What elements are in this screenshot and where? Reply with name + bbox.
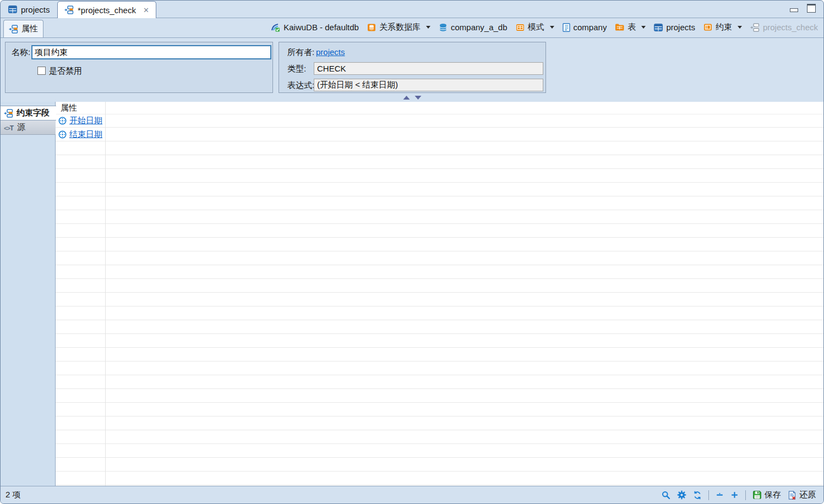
sidebar-tab-label: 源 xyxy=(17,122,25,133)
datetime-type-icon xyxy=(58,130,67,139)
breadcrumb-item-constraint-category[interactable]: 约束 xyxy=(703,22,742,32)
maximize-button[interactable] xyxy=(807,4,816,13)
column-header-label: 属性 xyxy=(61,103,77,113)
revert-doc-icon xyxy=(788,491,796,500)
table-folder-icon xyxy=(615,23,624,31)
constraint-icon-disabled xyxy=(750,23,760,32)
table-row[interactable]: 开始日期 xyxy=(56,114,823,128)
save-floppy-icon xyxy=(752,490,762,500)
gear-icon[interactable] xyxy=(677,490,686,500)
panel-sash[interactable] xyxy=(1,94,823,102)
breadcrumb-item-schema[interactable]: company xyxy=(563,23,607,32)
breadcrumb-label: 模式 xyxy=(528,22,544,32)
expand-all-icon[interactable] xyxy=(730,491,739,499)
column-divider xyxy=(105,102,106,486)
breadcrumb-label: 表 xyxy=(627,22,636,32)
save-label: 保存 xyxy=(765,490,781,500)
table-icon xyxy=(8,6,17,13)
name-label: 名称: xyxy=(12,47,30,58)
save-button[interactable]: 保存 xyxy=(752,490,781,500)
editor-tab-bar: projects *projects_check ✕ xyxy=(1,1,823,18)
relational-db-folder-icon xyxy=(367,23,376,32)
table-icon xyxy=(654,24,663,31)
owner-label: 所有者: xyxy=(287,47,314,58)
sidebar-tab-label: 约束字段 xyxy=(17,108,50,118)
disable-checkbox-label: 是否禁用 xyxy=(49,66,82,76)
breadcrumb-item-db-category[interactable]: 关系数据库 xyxy=(367,22,430,32)
datetime-type-icon xyxy=(58,117,67,125)
schema-folder-icon xyxy=(516,23,525,32)
database-icon xyxy=(439,23,448,32)
tab-label: projects xyxy=(21,5,50,14)
constraint-icon xyxy=(4,109,13,118)
status-bar: 2 项 xyxy=(1,486,823,503)
chevron-down-icon[interactable] xyxy=(738,26,742,29)
breadcrumb-label: company_a_db xyxy=(451,23,508,32)
constraint-folder-icon xyxy=(703,23,712,31)
application-window: projects *projects_check ✕ xyxy=(0,0,824,504)
status-toolbar: 保存 还原 xyxy=(662,490,823,500)
revert-label: 还原 xyxy=(799,490,816,500)
constraint-icon xyxy=(9,25,18,34)
breadcrumb-label: 约束 xyxy=(716,22,732,32)
column-link[interactable]: 开始日期 xyxy=(69,116,102,126)
revert-button[interactable]: 还原 xyxy=(788,490,816,500)
details-group: 所有者: projects 类型: 表达式: xyxy=(279,42,546,93)
chevron-down-icon[interactable] xyxy=(550,26,554,29)
expression-label: 表达式: xyxy=(287,80,314,91)
chevron-down-icon[interactable] xyxy=(426,26,430,29)
type-label: 类型: xyxy=(287,64,306,74)
editor-sub-bar: 属性 KaiwuDB - defaultdb xyxy=(1,18,823,38)
tab-label: *projects_check xyxy=(78,6,136,15)
sync-icon[interactable] xyxy=(693,491,702,500)
sidebar-tab-source[interactable]: <>T 源 xyxy=(1,120,56,135)
breadcrumb-label: KaiwuDB - defaultdb xyxy=(283,23,359,32)
breadcrumb-label: projects_check xyxy=(763,23,818,32)
column-header-attribute[interactable]: 属性 xyxy=(56,102,823,114)
search-icon[interactable] xyxy=(662,491,670,500)
sash-arrows xyxy=(403,96,421,100)
sidebar: 约束字段 <>T 源 xyxy=(1,102,56,486)
toolbar-divider xyxy=(745,490,746,500)
source-icon: <>T xyxy=(4,123,14,132)
items-count: 2 项 xyxy=(6,490,21,500)
tab-properties[interactable]: 属性 xyxy=(3,20,43,37)
owner-link[interactable]: projects xyxy=(316,47,345,57)
constraint-form: 名称: 是否禁用 所有者: projects 类型: 表达式: xyxy=(1,37,823,94)
breadcrumb-item-database[interactable]: company_a_db xyxy=(439,23,508,32)
chevron-down-icon[interactable] xyxy=(641,26,646,29)
sidebar-tab-constraint-fields[interactable]: 约束字段 xyxy=(1,106,56,120)
breadcrumb-item-connection[interactable]: KaiwuDB - defaultdb xyxy=(271,23,359,32)
breadcrumb-label: company xyxy=(574,23,607,32)
breadcrumb-item-table-category[interactable]: 表 xyxy=(615,22,646,32)
toolbar-divider xyxy=(708,490,709,500)
minimize-button[interactable] xyxy=(790,8,798,12)
tab-projects-check[interactable]: *projects_check ✕ xyxy=(57,1,156,18)
breadcrumb: KaiwuDB - defaultdb 关系数据库 xyxy=(271,18,818,37)
schema-doc-icon xyxy=(563,23,570,32)
expression-input[interactable] xyxy=(314,79,543,91)
name-group: 名称: 是否禁用 xyxy=(5,42,273,93)
empty-grid-rows xyxy=(56,141,823,486)
column-link[interactable]: 结束日期 xyxy=(69,129,102,140)
kaiwudb-icon xyxy=(271,23,280,32)
close-icon[interactable]: ✕ xyxy=(143,7,149,14)
collapse-up-icon[interactable] xyxy=(403,96,410,100)
editor-body: 约束字段 <>T 源 属性 xyxy=(1,102,823,486)
collapse-all-icon[interactable] xyxy=(716,491,724,499)
table-row[interactable]: 结束日期 xyxy=(56,128,823,141)
constraint-icon xyxy=(64,6,74,14)
type-input[interactable] xyxy=(314,62,543,75)
disable-checkbox[interactable] xyxy=(37,67,46,75)
tab-projects[interactable]: projects xyxy=(2,2,57,17)
breadcrumb-item-constraint: projects_check xyxy=(750,23,818,32)
window-controls xyxy=(790,4,816,13)
tab-label: 属性 xyxy=(21,24,38,34)
name-input[interactable] xyxy=(31,45,271,59)
breadcrumb-item-table[interactable]: projects xyxy=(654,23,695,32)
collapse-down-icon[interactable] xyxy=(414,96,421,100)
breadcrumb-item-schema-category[interactable]: 模式 xyxy=(516,22,554,32)
constraint-columns-table: 属性 开始日期 xyxy=(56,102,823,486)
breadcrumb-label: projects xyxy=(666,23,695,32)
breadcrumb-label: 关系数据库 xyxy=(379,22,421,32)
